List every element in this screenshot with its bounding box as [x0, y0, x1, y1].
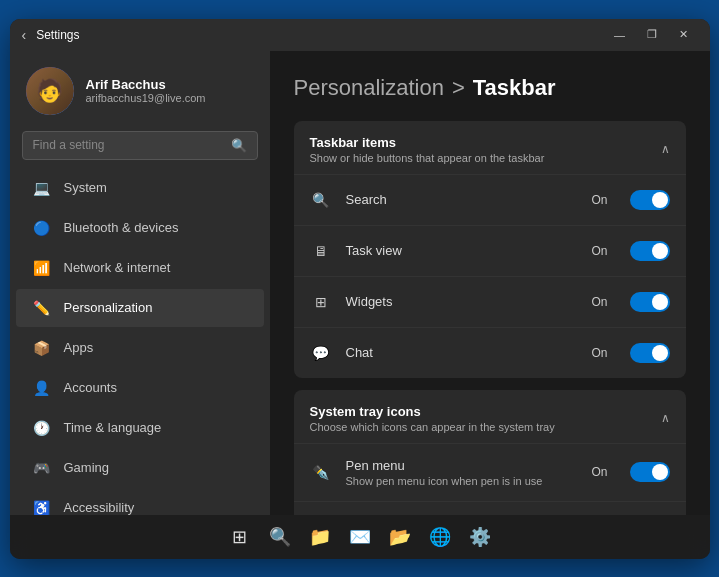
taskbar-items-section: Taskbar items Show or hide buttons that …	[294, 121, 686, 378]
chat-row: 💬 Chat On	[294, 327, 686, 378]
minimize-button[interactable]: —	[606, 25, 634, 45]
maximize-button[interactable]: ❐	[638, 25, 666, 45]
breadcrumb-current: Taskbar	[473, 75, 556, 101]
widgets-status: On	[591, 295, 607, 309]
taskview-row: 🖥 Task view On	[294, 225, 686, 276]
search-input[interactable]	[33, 138, 223, 152]
taskbar-search-icon[interactable]: 🔍	[264, 521, 296, 553]
chat-status: On	[591, 346, 607, 360]
sidebar-item-bluetooth-label: Bluetooth & devices	[64, 220, 179, 235]
personalization-icon: ✏️	[32, 298, 52, 318]
pen-menu-toggle[interactable]	[630, 462, 670, 482]
taskbar-items-chevron: ∧	[661, 142, 670, 156]
taskview-icon: 🖥	[310, 240, 332, 262]
sidebar-item-accessibility-label: Accessibility	[64, 500, 135, 515]
sidebar-item-personalization[interactable]: ✏️ Personalization	[16, 289, 264, 327]
main-content: 🧑 Arif Bacchus arifbacchus19@live.com 🔍 …	[10, 51, 710, 515]
breadcrumb-separator: >	[452, 75, 465, 101]
system-tray-subtitle: Choose which icons can appear in the sys…	[310, 421, 555, 433]
widgets-icon: ⊞	[310, 291, 332, 313]
touch-keyboard-row: ⌨️ Touch keyboard Show touch keyboard ic…	[294, 501, 686, 515]
user-name: Arif Bacchus	[86, 77, 206, 92]
content-area: Personalization > Taskbar Taskbar items …	[270, 51, 710, 515]
network-icon: 📶	[32, 258, 52, 278]
search-box[interactable]: 🔍	[22, 131, 258, 160]
window-controls: — ❐ ✕	[606, 25, 698, 45]
accounts-icon: 👤	[32, 378, 52, 398]
window-title: Settings	[36, 28, 605, 42]
taskbar-items-title-group: Taskbar items Show or hide buttons that …	[310, 135, 545, 164]
search-item-status: On	[591, 193, 607, 207]
search-toggle[interactable]	[630, 190, 670, 210]
chat-icon: 💬	[310, 342, 332, 364]
taskbar-items-subtitle: Show or hide buttons that appear on the …	[310, 152, 545, 164]
sidebar-item-apps[interactable]: 📦 Apps	[16, 329, 264, 367]
system-tray-title-group: System tray icons Choose which icons can…	[310, 404, 555, 433]
sidebar-item-accessibility[interactable]: ♿ Accessibility	[16, 489, 264, 515]
sidebar: 🧑 Arif Bacchus arifbacchus19@live.com 🔍 …	[10, 51, 270, 515]
sidebar-item-system-label: System	[64, 180, 107, 195]
taskbar-files-icon[interactable]: 📁	[304, 521, 336, 553]
sidebar-item-personalization-label: Personalization	[64, 300, 153, 315]
bluetooth-icon: 🔵	[32, 218, 52, 238]
taskbar-items-header[interactable]: Taskbar items Show or hide buttons that …	[294, 121, 686, 174]
pen-menu-row: ✒️ Pen menu Show pen menu icon when pen …	[294, 443, 686, 501]
sidebar-item-time[interactable]: 🕐 Time & language	[16, 409, 264, 447]
taskview-label: Task view	[346, 243, 578, 258]
widgets-label: Widgets	[346, 294, 578, 309]
back-button[interactable]: ‹	[22, 27, 27, 43]
accessibility-icon: ♿	[32, 498, 52, 515]
sidebar-item-bluetooth[interactable]: 🔵 Bluetooth & devices	[16, 209, 264, 247]
widgets-toggle[interactable]	[630, 292, 670, 312]
chat-label: Chat	[346, 345, 578, 360]
pen-menu-status: On	[591, 465, 607, 479]
taskbar: ⊞ 🔍 📁 ✉️ 📂 🌐 ⚙️	[10, 515, 710, 559]
taskbar-mail-icon[interactable]: ✉️	[344, 521, 376, 553]
sidebar-item-gaming-label: Gaming	[64, 460, 110, 475]
system-tray-chevron: ∧	[661, 411, 670, 425]
breadcrumb: Personalization > Taskbar	[294, 75, 686, 101]
widgets-row: ⊞ Widgets On	[294, 276, 686, 327]
avatar: 🧑	[26, 67, 74, 115]
pen-menu-label: Pen menu	[346, 458, 578, 473]
titlebar: ‹ Settings — ❐ ✕	[10, 19, 710, 51]
search-item-label: Search	[346, 192, 578, 207]
sidebar-item-network-label: Network & internet	[64, 260, 171, 275]
search-icon: 🔍	[231, 138, 247, 153]
taskbar-explorer-icon[interactable]: 📂	[384, 521, 416, 553]
chat-toggle[interactable]	[630, 343, 670, 363]
time-icon: 🕐	[32, 418, 52, 438]
user-email: arifbacchus19@live.com	[86, 92, 206, 104]
taskbar-items-title: Taskbar items	[310, 135, 545, 150]
sidebar-item-network[interactable]: 📶 Network & internet	[16, 249, 264, 287]
pen-menu-info: Pen menu Show pen menu icon when pen is …	[346, 458, 578, 487]
user-info: Arif Bacchus arifbacchus19@live.com	[86, 77, 206, 104]
taskview-toggle[interactable]	[630, 241, 670, 261]
pen-menu-icon: ✒️	[310, 461, 332, 483]
taskbar-settings-icon[interactable]: ⚙️	[464, 521, 496, 553]
taskview-status: On	[591, 244, 607, 258]
sidebar-item-apps-label: Apps	[64, 340, 94, 355]
sidebar-item-system[interactable]: 💻 System	[16, 169, 264, 207]
system-tray-section: System tray icons Choose which icons can…	[294, 390, 686, 515]
taskbar-edge-icon[interactable]: 🌐	[424, 521, 456, 553]
gaming-icon: 🎮	[32, 458, 52, 478]
pen-menu-sublabel: Show pen menu icon when pen is in use	[346, 475, 578, 487]
system-icon: 💻	[32, 178, 52, 198]
apps-icon: 📦	[32, 338, 52, 358]
settings-window: ‹ Settings — ❐ ✕ 🧑 Arif Bacchus arifbacc…	[10, 19, 710, 559]
search-item-icon: 🔍	[310, 189, 332, 211]
sidebar-item-gaming[interactable]: 🎮 Gaming	[16, 449, 264, 487]
breadcrumb-parent: Personalization	[294, 75, 444, 101]
sidebar-item-accounts[interactable]: 👤 Accounts	[16, 369, 264, 407]
system-tray-title: System tray icons	[310, 404, 555, 419]
close-button[interactable]: ✕	[670, 25, 698, 45]
avatar-image: 🧑	[26, 67, 74, 115]
taskbar-search-row: 🔍 Search On	[294, 174, 686, 225]
user-profile[interactable]: 🧑 Arif Bacchus arifbacchus19@live.com	[10, 51, 270, 127]
sidebar-item-time-label: Time & language	[64, 420, 162, 435]
system-tray-header[interactable]: System tray icons Choose which icons can…	[294, 390, 686, 443]
sidebar-item-accounts-label: Accounts	[64, 380, 117, 395]
start-button[interactable]: ⊞	[224, 521, 256, 553]
